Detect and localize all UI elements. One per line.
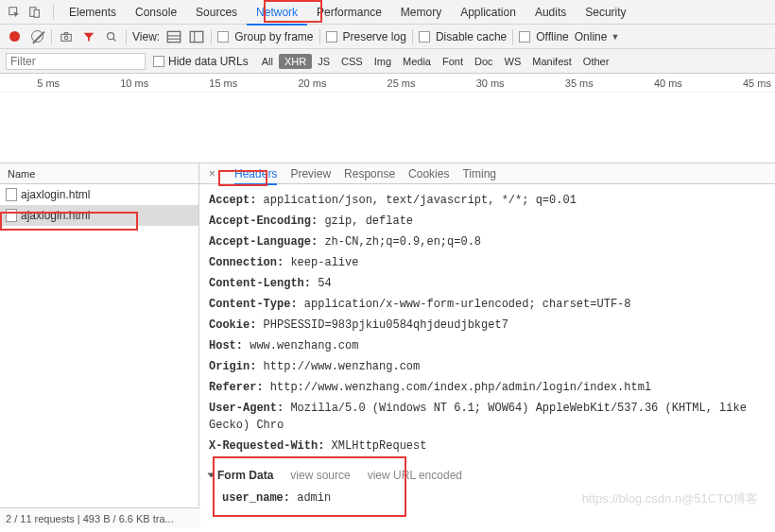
camera-icon[interactable] xyxy=(58,28,75,45)
detail-tabs: × HeadersPreviewResponseCookiesTiming xyxy=(199,163,775,184)
separator xyxy=(51,29,52,44)
separator xyxy=(512,29,513,44)
offline-label: Offline xyxy=(536,30,568,43)
hide-urls-label: Hide data URLs xyxy=(168,55,249,68)
preserve-log-checkbox[interactable] xyxy=(326,31,337,43)
type-filter-manifest[interactable]: Manifest xyxy=(526,54,577,69)
header-line: Host: www.wenzhang.com xyxy=(209,335,766,356)
inspect-element-icon[interactable] xyxy=(6,4,23,21)
timeline-tick: 15 ms xyxy=(152,74,241,92)
tab-performance[interactable]: Performance xyxy=(307,0,391,25)
tab-memory[interactable]: Memory xyxy=(391,0,451,25)
view-label: View: xyxy=(132,30,160,43)
group-by-frame-checkbox[interactable] xyxy=(217,31,229,43)
network-toolbar: View: Group by frame Preserve log Disabl… xyxy=(0,25,775,49)
view-large-icon[interactable] xyxy=(165,28,182,45)
request-list: ajaxlogin.htmlajaxlogin.html xyxy=(0,184,198,506)
filter-input[interactable] xyxy=(6,53,146,70)
svg-rect-4 xyxy=(64,32,68,34)
tab-security[interactable]: Security xyxy=(576,0,635,25)
detail-tab-headers[interactable]: Headers xyxy=(234,163,277,184)
form-data-label[interactable]: Form Data xyxy=(217,469,273,482)
type-filter-xhr[interactable]: XHR xyxy=(279,54,312,69)
type-filter-img[interactable]: Img xyxy=(369,54,397,69)
tab-sources[interactable]: Sources xyxy=(186,0,247,25)
type-filter-js[interactable]: JS xyxy=(312,54,336,69)
view-url-encoded-link[interactable]: view URL encoded xyxy=(368,469,462,482)
request-list-panel: Name ajaxlogin.htmlajaxlogin.html xyxy=(0,163,199,506)
chevron-down-icon: ▼ xyxy=(611,32,619,42)
timeline-tick: 25 ms xyxy=(330,74,419,92)
stop-icon[interactable] xyxy=(28,28,45,45)
svg-rect-11 xyxy=(190,31,203,42)
timeline[interactable]: 5 ms10 ms15 ms20 ms25 ms30 ms35 ms40 ms4… xyxy=(0,74,775,163)
throttling-select[interactable]: Online▼ xyxy=(575,30,620,43)
separator xyxy=(126,29,127,44)
detail-tab-response[interactable]: Response xyxy=(344,163,395,184)
tab-console[interactable]: Console xyxy=(126,0,186,25)
main-tabbar: ElementsConsoleSourcesNetworkPerformance… xyxy=(0,0,775,25)
type-filter-other[interactable]: Other xyxy=(577,54,615,69)
filter-bar: Hide data URLs AllXHRJSCSSImgMediaFontDo… xyxy=(0,49,775,74)
header-line: Content-Length: 54 xyxy=(209,273,766,294)
timeline-tick: 30 ms xyxy=(420,74,508,92)
separator xyxy=(53,5,54,20)
svg-point-5 xyxy=(64,36,68,40)
header-line: Accept-Encoding: gzip, deflate xyxy=(209,211,766,232)
view-source-link[interactable]: view source xyxy=(290,469,350,482)
group-label: Group by frame xyxy=(234,30,313,43)
search-icon[interactable] xyxy=(103,28,120,45)
request-row[interactable]: ajaxlogin.html xyxy=(0,205,198,226)
file-icon xyxy=(6,209,17,222)
svg-line-7 xyxy=(113,38,116,41)
split-pane: Name ajaxlogin.htmlajaxlogin.html × Head… xyxy=(0,163,775,506)
type-filters: AllXHRJSCSSImgMediaFontDocWSManifestOthe… xyxy=(256,54,615,69)
header-line: Connection: keep-alive xyxy=(209,252,766,273)
timeline-tick: 40 ms xyxy=(597,74,686,92)
header-line: Cookie: PHPSESSID=983pjkiu0584qhjdeudjbk… xyxy=(209,315,766,335)
type-filter-media[interactable]: Media xyxy=(397,54,437,69)
svg-rect-2 xyxy=(34,9,39,17)
detail-panel: × HeadersPreviewResponseCookiesTiming Ac… xyxy=(199,163,775,506)
detail-tab-preview[interactable]: Preview xyxy=(290,163,331,184)
file-icon xyxy=(6,188,17,201)
record-icon[interactable] xyxy=(6,28,23,45)
hide-data-urls[interactable]: Hide data URLs xyxy=(153,55,249,68)
separator xyxy=(412,29,413,44)
timeline-tick: 20 ms xyxy=(241,74,330,92)
form-data-line: user_name: admin xyxy=(222,488,766,506)
offline-checkbox[interactable] xyxy=(519,31,530,43)
tab-audits[interactable]: Audits xyxy=(525,0,576,25)
timeline-tick: 5 ms xyxy=(0,74,63,92)
disable-cache-checkbox[interactable] xyxy=(419,31,430,43)
close-icon[interactable]: × xyxy=(203,167,221,180)
status-bar: 2 / 11 requests | 493 B / 6.6 KB tra... xyxy=(0,507,200,528)
timeline-tick: 45 ms xyxy=(686,74,775,92)
tab-elements[interactable]: Elements xyxy=(60,0,126,25)
type-filter-all[interactable]: All xyxy=(256,54,279,69)
type-filter-css[interactable]: CSS xyxy=(336,54,369,69)
view-small-icon[interactable] xyxy=(188,28,205,45)
request-row[interactable]: ajaxlogin.html xyxy=(0,184,198,205)
separator xyxy=(319,29,320,44)
filter-icon[interactable] xyxy=(80,28,97,45)
separator xyxy=(211,29,212,44)
header-line: X-Requested-With: XMLHttpRequest xyxy=(209,436,766,456)
request-list-header[interactable]: Name xyxy=(0,163,198,184)
type-filter-ws[interactable]: WS xyxy=(499,54,527,69)
detail-tab-timing[interactable]: Timing xyxy=(462,163,496,184)
type-filter-font[interactable]: Font xyxy=(437,54,469,69)
timeline-tick: 35 ms xyxy=(508,74,597,92)
preserve-label: Preserve log xyxy=(343,30,406,43)
svg-rect-3 xyxy=(61,34,72,41)
type-filter-doc[interactable]: Doc xyxy=(469,54,499,69)
disable-label: Disable cache xyxy=(436,30,507,43)
tab-network[interactable]: Network xyxy=(247,0,307,25)
device-toolbar-icon[interactable] xyxy=(26,4,43,21)
tab-application[interactable]: Application xyxy=(451,0,525,25)
hide-urls-checkbox[interactable] xyxy=(153,56,164,67)
header-line: Accept-Language: zh-CN,zh;q=0.9,en;q=0.8 xyxy=(209,232,766,252)
detail-tab-cookies[interactable]: Cookies xyxy=(408,163,449,184)
timeline-ticks: 5 ms10 ms15 ms20 ms25 ms30 ms35 ms40 ms4… xyxy=(0,74,775,93)
header-line: Referer: http://www.wenzhang.com/index.p… xyxy=(209,377,766,398)
